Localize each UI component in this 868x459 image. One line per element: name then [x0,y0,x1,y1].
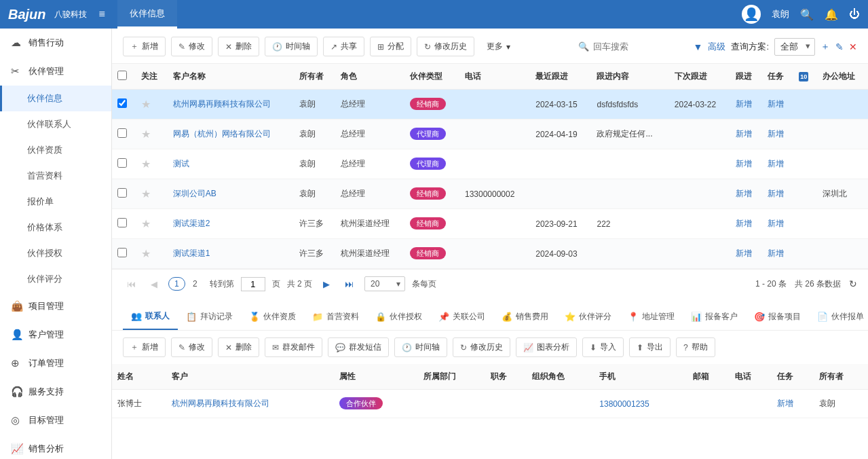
page-size-select[interactable]: 20 [364,276,405,291]
search-input[interactable] [593,41,688,52]
sub-add-button[interactable]: ＋新增 [123,337,166,357]
refresh-icon[interactable]: ↻ [849,278,857,289]
table-row[interactable]: 张博士 杭州网易再顾科技有限公司 合作伙伴 13800001235 新增 袁朗 [112,390,868,418]
column-header[interactable]: 办公地址 [817,64,868,90]
star-icon[interactable]: ★ [141,158,151,170]
delete-scheme-icon[interactable]: ✕ [849,41,857,52]
sub-history-button[interactable]: ↻修改历史 [453,337,510,357]
table-row[interactable]: ★ 测试渠道1 许三多 杭州渠道经理 经销商 2024-09-03 新增 新增 [112,239,868,269]
column-header[interactable]: 客户名称 [168,64,295,90]
prev-page-button[interactable]: ◀ [147,278,162,291]
follow-link[interactable]: 新增 [736,189,752,198]
sidebar-item-4[interactable]: ⊕订单管理 [0,349,111,378]
select-all-checkbox[interactable] [117,71,127,80]
scheme-select[interactable]: 全部 [774,38,815,56]
subtab-0[interactable]: 👥联系人 [123,304,178,330]
subtab-1[interactable]: 📋拜访记录 [178,304,241,330]
table-row[interactable]: ★ 杭州网易再顾科技有限公司 袁朗 总经理 经销商 2024-03-15 dsf… [112,90,868,120]
share-button[interactable]: ↗共享 [323,37,364,56]
star-icon[interactable]: ★ [141,188,151,200]
advanced-link[interactable]: 高级 [708,41,725,53]
table-row[interactable]: ★ 测试 袁朗 总经理 代理商 新增 新增 [112,149,868,179]
task-link[interactable]: 新增 [768,159,784,168]
avatar[interactable]: 👤 [742,5,761,24]
sidebar-sub-1-5[interactable]: 价格体系 [0,215,111,240]
search-input-wrap[interactable]: 🔍 [578,41,688,52]
last-page-button[interactable]: ⏭ [341,278,358,291]
history-button[interactable]: ↻修改历史 [417,37,474,56]
column-header[interactable]: 最近跟进 [530,64,591,90]
column-header[interactable]: 伙伴类型 [404,64,459,90]
sidebar-item-1[interactable]: ✂伙伴管理 [0,57,111,86]
timeline-button[interactable]: 🕐时间轴 [265,37,318,56]
row-checkbox[interactable] [117,188,127,198]
task-link[interactable]: 新增 [768,249,784,258]
column-header[interactable]: 跟进内容 [591,64,668,90]
task-link[interactable]: 新增 [768,129,784,139]
star-icon[interactable]: ★ [141,248,151,259]
goto-page-input[interactable] [241,277,265,291]
subtab-7[interactable]: ⭐伙伴评分 [556,304,620,330]
hamburger-icon[interactable]: ≡ [99,8,105,20]
column-header[interactable]: 邮箱 [687,364,730,390]
task-link[interactable]: 新增 [768,219,784,228]
task-link[interactable]: 新增 [768,99,784,109]
task-link[interactable]: 新增 [777,399,793,408]
edit-button[interactable]: ✎修改 [171,37,212,56]
filter-icon[interactable]: ▼ [694,41,703,52]
customer-link[interactable]: 网易（杭州）网络有限公司 [173,129,271,139]
sidebar-item-5[interactable]: 🎧服务支持 [0,378,111,406]
star-icon[interactable]: ★ [141,98,151,110]
sidebar-item-0[interactable]: ☁销售行动 [0,29,111,57]
column-header[interactable]: 下次跟进 [669,64,730,90]
chart-button[interactable]: 📈图表分析 [516,337,577,357]
help-button[interactable]: ?帮助 [676,337,715,357]
column-header[interactable]: 关注 [136,64,168,90]
assign-button[interactable]: ⊞分配 [370,37,411,56]
subtab-6[interactable]: 💰销售费用 [493,304,556,330]
delete-button[interactable]: ✕删除 [218,37,259,56]
column-header[interactable]: 姓名 [112,364,166,390]
table-row[interactable]: ★ 深圳公司AB 袁朗 总经理 经销商 13300000002 新增 新增 深圳… [112,179,868,209]
sidebar-item-3[interactable]: 👤客户管理 [0,320,111,349]
customer-link[interactable]: 测试渠道2 [173,219,210,228]
subtab-2[interactable]: 🏅伙伴资质 [241,304,304,330]
row-checkbox[interactable] [117,128,127,138]
customer-link[interactable]: 杭州网易再顾科技有限公司 [172,399,269,408]
column-header[interactable]: 所有者 [814,364,868,390]
subtab-9[interactable]: 📊报备客户 [683,304,746,330]
sidebar-sub-1-3[interactable]: 首营资料 [0,163,111,189]
column-header[interactable]: 角色 [335,64,405,90]
follow-link[interactable]: 新增 [736,99,752,109]
sidebar-sub-1-4[interactable]: 报价单 [0,189,111,215]
row-checkbox[interactable] [117,248,127,257]
row-checkbox[interactable] [117,98,127,108]
sidebar-item-7[interactable]: 📈销售分析 [0,435,111,459]
table-row[interactable]: ★ 网易（杭州）网络有限公司 袁朗 总经理 代理商 2024-04-19 政府规… [112,120,868,149]
bell-icon[interactable]: 🔔 [825,8,838,21]
column-header[interactable]: 组织角色 [527,364,594,390]
add-button[interactable]: ＋新增 [123,37,166,56]
column-header[interactable]: 所属部门 [418,364,485,390]
subtab-3[interactable]: 📁首营资料 [304,304,367,330]
edit-scheme-icon[interactable]: ✎ [835,41,844,52]
sidebar-sub-1-7[interactable]: 伙伴评分 [0,266,111,292]
bulk-sms-button[interactable]: 💬群发短信 [328,337,389,357]
star-icon[interactable]: ★ [141,218,151,230]
column-header[interactable]: 任务 [772,364,814,390]
plus-scheme-icon[interactable]: ＋ [820,41,830,53]
column-header[interactable]: 属性 [334,364,418,390]
import-button[interactable]: ⬇导入 [582,337,624,357]
sidebar-sub-1-2[interactable]: 伙伴资质 [0,137,111,163]
column-header[interactable]: 手机 [594,364,687,390]
sidebar-item-6[interactable]: ◎目标管理 [0,406,111,435]
follow-link[interactable]: 新增 [736,219,752,228]
subtab-10[interactable]: 🎯报备项目 [746,304,809,330]
customer-link[interactable]: 杭州网易再顾科技有限公司 [173,99,271,109]
sidebar-sub-1-1[interactable]: 伙伴联系人 [0,111,111,137]
more-button[interactable]: 更多 ▾ [480,37,517,56]
column-header[interactable]: 跟进 [730,64,762,90]
follow-link[interactable]: 新增 [736,159,752,168]
customer-link[interactable]: 测试渠道1 [173,249,210,258]
follow-link[interactable]: 新增 [736,249,752,258]
